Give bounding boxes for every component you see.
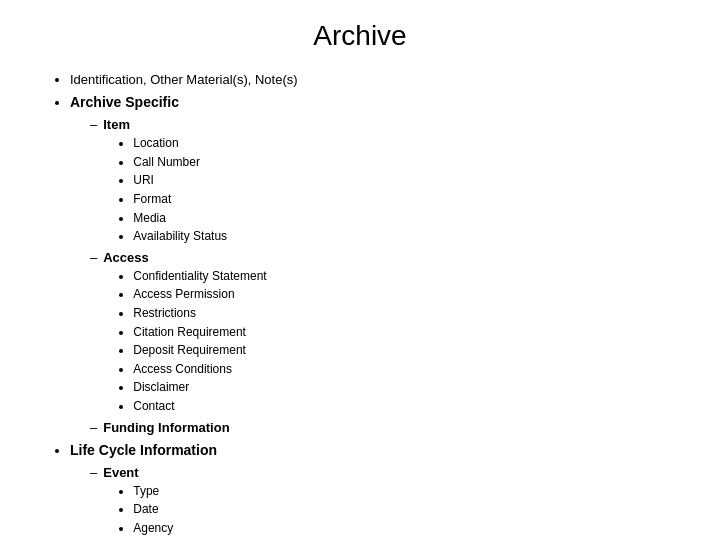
item-dash: – (90, 117, 97, 132)
list-item: Citation Requirement (133, 323, 266, 342)
lifecycle-bullet-list: Life Cycle Information (70, 439, 680, 461)
access-sub-list: Confidentiality Statement Access Permiss… (133, 267, 266, 416)
list-item: Media (133, 209, 227, 228)
access-group-label: Access (103, 250, 149, 265)
access-dash: – (90, 250, 97, 265)
access-group: – Access Confidentiality Statement Acces… (90, 250, 680, 416)
list-item: Call Number (133, 153, 227, 172)
event-sub-list: Type Date Agency Description (133, 482, 193, 540)
list-item: Access Permission (133, 285, 266, 304)
event-group-label: Event (103, 465, 138, 480)
list-item: Date (133, 500, 193, 519)
identification-item: Identification, Other Material(s), Note(… (70, 70, 680, 91)
archive-specific-section: – Item Location Call Number URI Format M… (90, 117, 680, 434)
list-item: Confidentiality Statement (133, 267, 266, 286)
list-item: Deposit Requirement (133, 341, 266, 360)
list-item: Contact (133, 397, 266, 416)
list-item: Availability Status (133, 227, 227, 246)
list-item: Format (133, 190, 227, 209)
funding-label: Funding Information (103, 420, 229, 435)
event-group: – Event Type Date Agency Description (90, 465, 680, 540)
list-item: Agency (133, 519, 193, 538)
event-group-content: Event Type Date Agency Description (103, 465, 193, 540)
top-bullet-list: Identification, Other Material(s), Note(… (70, 70, 680, 113)
item-group: – Item Location Call Number URI Format M… (90, 117, 680, 246)
page-title: Archive (40, 20, 680, 52)
item-group-content: Item Location Call Number URI Format Med… (103, 117, 227, 246)
page-container: Archive Identification, Other Material(s… (0, 0, 720, 540)
access-group-content: Access Confidentiality Statement Access … (103, 250, 266, 416)
list-item: Restrictions (133, 304, 266, 323)
list-item: Location (133, 134, 227, 153)
funding-group: – Funding Information (90, 420, 680, 435)
list-item: Type (133, 482, 193, 501)
item-group-label: Item (103, 117, 130, 132)
funding-dash-symbol: – (90, 420, 97, 435)
list-item: Disclaimer (133, 378, 266, 397)
archive-specific-item: Archive Specific (70, 91, 680, 113)
lifecycle-item: Life Cycle Information (70, 439, 680, 461)
item-sub-list: Location Call Number URI Format Media Av… (133, 134, 227, 246)
lifecycle-section: – Event Type Date Agency Description (90, 465, 680, 540)
list-item: URI (133, 171, 227, 190)
list-item: Access Conditions (133, 360, 266, 379)
event-dash: – (90, 465, 97, 480)
